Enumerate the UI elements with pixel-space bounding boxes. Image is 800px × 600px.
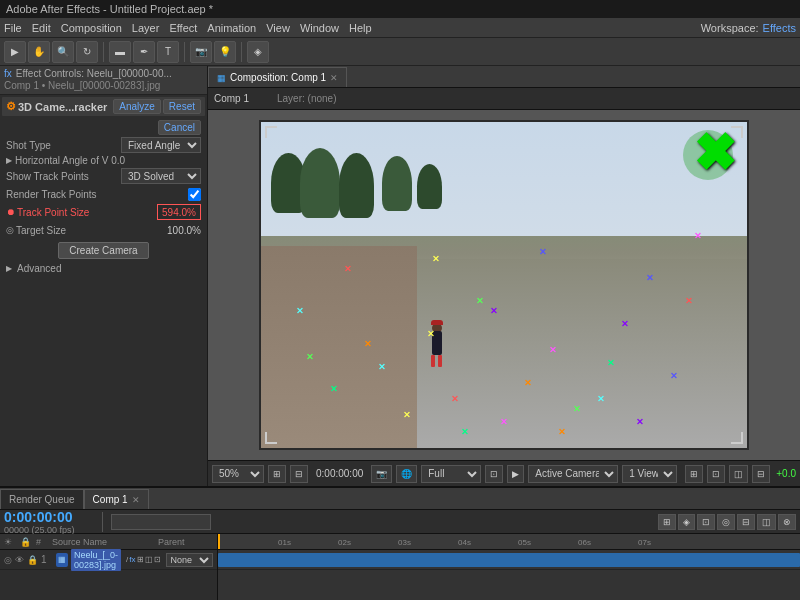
tl-nav-btn-2[interactable]: ◈: [678, 514, 695, 530]
cancel-btn[interactable]: Cancel: [158, 120, 201, 135]
menu-file[interactable]: File: [4, 22, 22, 34]
layout-btn-4[interactable]: ⊟: [752, 465, 770, 483]
create-camera-btn[interactable]: Create Camera: [58, 242, 148, 259]
comp-tab-close[interactable]: ✕: [330, 73, 338, 83]
tool-rotate[interactable]: ↻: [76, 41, 98, 63]
col-parent: Parent: [158, 537, 213, 547]
layer-parent-select[interactable]: None: [166, 553, 213, 567]
render-queue-tab[interactable]: Render Queue: [0, 489, 84, 509]
layer-switch-4[interactable]: ◫: [145, 555, 153, 564]
layout-btn-1[interactable]: ⊞: [685, 465, 703, 483]
fx-warning-icon: ⚙: [6, 100, 16, 113]
workspace-area: Workspace: Effects: [701, 22, 796, 34]
layer-fx-btn[interactable]: fx: [129, 555, 135, 564]
timeline-layer-bar[interactable]: [218, 553, 800, 567]
tl-nav-btn-6[interactable]: ◫: [757, 514, 776, 530]
quality-select[interactable]: Full Half Quarter: [421, 465, 481, 483]
render-btn[interactable]: ▶: [507, 465, 524, 483]
advanced-section[interactable]: ▶ Advanced: [2, 262, 205, 275]
grid-btn[interactable]: ⊟: [290, 465, 308, 483]
timeline-ruler: 01s 02s 03s 04s 05s 06s 07s: [218, 534, 800, 550]
layer-eye-btn[interactable]: 👁: [15, 555, 24, 565]
comp-tab-main[interactable]: ▦ Composition: Comp 1 ✕: [208, 67, 347, 87]
target-label: ◎ Target Size: [6, 225, 167, 236]
tree-4: [382, 156, 412, 211]
comp1-tab-label: Comp 1: [93, 494, 128, 505]
menu-effect[interactable]: Effect: [169, 22, 197, 34]
shot-type-select[interactable]: Fixed Angle: [121, 137, 201, 153]
tl-nav-btn-1[interactable]: ⊞: [658, 514, 676, 530]
camera-icon-btn[interactable]: 📷: [371, 465, 392, 483]
menu-window[interactable]: Window: [300, 22, 339, 34]
viewer-title: Comp 1: [214, 93, 249, 104]
timeline-playhead[interactable]: [218, 534, 220, 549]
layout-btn-2[interactable]: ⊡: [707, 465, 725, 483]
track-point-row: ⏺ Track Point Size 594.0%: [2, 203, 205, 221]
tool-rect[interactable]: ▬: [109, 41, 131, 63]
analyze-btn[interactable]: Analyze: [113, 99, 161, 114]
zoom-select[interactable]: 50% 100% 25%: [212, 465, 264, 483]
menu-layer[interactable]: Layer: [132, 22, 160, 34]
target-row: ◎ Target Size 100.0%: [2, 221, 205, 239]
viewer-canvas[interactable]: ✕✕✕✕✕✕✕✕✕✕✕✕✕✕✕✕✕✕✕✕✕✕✕✕✕✕✕ ✖: [208, 110, 800, 460]
tool-camera[interactable]: 📷: [190, 41, 212, 63]
tree-5: [417, 164, 442, 209]
target-value: 100.0%: [167, 225, 201, 236]
corner-bl: [265, 432, 277, 444]
menu-edit[interactable]: Edit: [32, 22, 51, 34]
tl-nav-btn-5[interactable]: ⊟: [737, 514, 755, 530]
track-point-value[interactable]: 594.0%: [157, 204, 201, 220]
timeline-time[interactable]: 0:00:00:00: [4, 509, 94, 525]
tool-zoom[interactable]: 🔍: [52, 41, 74, 63]
layout-btn-3[interactable]: ◫: [729, 465, 748, 483]
tool-select[interactable]: ▶: [4, 41, 26, 63]
menu-animation[interactable]: Animation: [207, 22, 256, 34]
tl-nav-btn-4[interactable]: ◎: [717, 514, 735, 530]
tool-text[interactable]: T: [157, 41, 179, 63]
layer-switch-1[interactable]: /: [126, 555, 128, 564]
col-lock: 🔒: [20, 537, 30, 547]
render-track-checkbox[interactable]: [188, 188, 201, 201]
time-display-area: 0:00:00:00 00000 (25.00 fps): [4, 509, 94, 535]
tool-puppet[interactable]: ◈: [247, 41, 269, 63]
person-legs: [431, 355, 442, 367]
menu-help[interactable]: Help: [349, 22, 372, 34]
separator-1: [103, 42, 104, 62]
layer-solo-btn[interactable]: ◎: [4, 555, 12, 565]
fit-btn[interactable]: ⊞: [268, 465, 286, 483]
comp1-tab-close[interactable]: ✕: [132, 495, 140, 505]
composition-view[interactable]: ✕✕✕✕✕✕✕✕✕✕✕✕✕✕✕✕✕✕✕✕✕✕✕✕✕✕✕ ✖: [259, 120, 749, 450]
layer-switch-3[interactable]: ⊞: [137, 555, 144, 564]
menu-composition[interactable]: Composition: [61, 22, 122, 34]
tree-2: [300, 148, 340, 218]
camera-view-select[interactable]: Active Camera: [528, 465, 618, 483]
ruler-label-7s: 07s: [638, 538, 651, 547]
view-count-select[interactable]: 1 View: [622, 465, 677, 483]
layer-name[interactable]: Neelu_[_0-00283].jpg: [71, 549, 121, 571]
title-text: Adobe After Effects - Untitled Project.a…: [6, 3, 213, 15]
menu-view[interactable]: View: [266, 22, 290, 34]
tl-nav-btn-3[interactable]: ⊡: [697, 514, 715, 530]
col-name: Source Name: [52, 537, 152, 547]
shot-type-row: Shot Type Fixed Angle: [2, 136, 205, 154]
fx-title: ⚙ 3D Came...racker: [6, 100, 107, 113]
workspace-value[interactable]: Effects: [763, 22, 796, 34]
reset-btn[interactable]: Reset: [163, 99, 201, 114]
sidewalk: [261, 246, 417, 448]
layer-switch-5[interactable]: ⊡: [154, 555, 161, 564]
tl-nav-btn-7[interactable]: ⊗: [778, 514, 796, 530]
globe-btn[interactable]: 🌐: [396, 465, 417, 483]
comp1-tab[interactable]: Comp 1 ✕: [84, 489, 149, 509]
tool-pen[interactable]: ✒: [133, 41, 155, 63]
person-figure: [431, 321, 442, 367]
timeline-search[interactable]: [111, 514, 211, 530]
ruler-label-6s: 06s: [578, 538, 591, 547]
layer-info: Layer: (none): [277, 93, 336, 104]
tool-light[interactable]: 💡: [214, 41, 236, 63]
big-green-x-marker: ✖: [693, 127, 737, 179]
layer-lock-btn[interactable]: 🔒: [27, 555, 38, 565]
horiz-angle-row[interactable]: ▶ Horizontal Angle of V 0.0: [2, 154, 205, 167]
tool-hand[interactable]: ✋: [28, 41, 50, 63]
show-track-select[interactable]: 3D Solved: [121, 168, 201, 184]
region-btn[interactable]: ⊡: [485, 465, 503, 483]
